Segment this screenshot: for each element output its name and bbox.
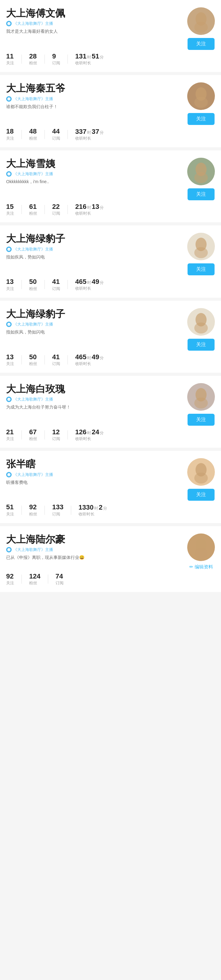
svg-point-9 bbox=[194, 97, 208, 108]
tag-label: 《大上海歌舞厅》主播 bbox=[13, 321, 53, 327]
listen-min: 49 bbox=[92, 278, 99, 286]
stats-row: 13 关注 50 粉丝 41 订阅 465 时 49 分 收听时长 bbox=[6, 353, 215, 367]
stat-label: 订阅 bbox=[52, 60, 60, 66]
stat-label: 粉丝 bbox=[29, 211, 37, 216]
stat-divider bbox=[21, 506, 22, 515]
listen-time-value: 126 时 24 分 bbox=[75, 428, 104, 436]
user-avatar bbox=[187, 383, 215, 411]
listen-hours: 216 bbox=[75, 203, 86, 211]
listen-label: 收听时长 bbox=[75, 211, 91, 216]
listen-min: 49 bbox=[92, 353, 99, 361]
follow-button[interactable]: 关注 bbox=[187, 263, 215, 275]
stat-label: 关注 bbox=[6, 436, 14, 442]
stat-divider bbox=[45, 430, 45, 439]
svg-point-24 bbox=[194, 323, 208, 334]
user-card-2: 大上海秦五爷 ♪ 《大上海歌舞厅》主播 谁都不能欺负我们台柱子！ 关注 18 关… bbox=[0, 75, 221, 147]
tag-icon: ♪ bbox=[6, 171, 12, 177]
stat-订阅: 133 订阅 bbox=[52, 503, 64, 517]
stat-num: 13 bbox=[6, 278, 13, 286]
user-tag: ♪ 《大上海歌舞厅》主播 bbox=[6, 547, 187, 552]
stat-订阅: 41 订阅 bbox=[52, 278, 60, 291]
listen-min: 2 bbox=[99, 503, 102, 511]
stat-divider bbox=[67, 205, 68, 214]
listen-time-stat: 465 时 49 分 收听时长 bbox=[75, 353, 104, 367]
user-tag: ♪ 《大上海歌舞厅》主播 bbox=[6, 171, 187, 177]
stat-divider bbox=[67, 430, 68, 439]
user-tag: ♪ 《大上海歌舞厅》主播 bbox=[6, 96, 187, 102]
stat-label: 粉丝 bbox=[29, 436, 37, 442]
stat-label: 订阅 bbox=[52, 211, 60, 216]
stat-label: 粉丝 bbox=[29, 286, 37, 291]
stat-divider bbox=[67, 280, 68, 289]
tag-icon: ♪ bbox=[6, 247, 12, 252]
listen-time-stat: 131 时 51 分 收听时长 bbox=[75, 52, 104, 66]
follow-button[interactable]: 关注 bbox=[187, 113, 215, 125]
follow-button[interactable]: 关注 bbox=[187, 38, 215, 50]
svg-point-4 bbox=[194, 22, 208, 33]
user-avatar bbox=[187, 158, 215, 185]
min-unit: 分 bbox=[103, 506, 107, 511]
user-avatar bbox=[187, 7, 215, 35]
stat-label: 订阅 bbox=[52, 361, 60, 367]
stat-粉丝: 50 粉丝 bbox=[29, 278, 37, 291]
user-tag: ♪ 《大上海歌舞厅》主播 bbox=[6, 321, 187, 327]
follow-button[interactable]: 关注 bbox=[187, 339, 215, 351]
listen-hours: 465 bbox=[75, 278, 86, 286]
listen-time-stat: 1330 时 2 分 收听时长 bbox=[78, 503, 107, 517]
stat-label: 关注 bbox=[6, 580, 14, 586]
listen-min: 51 bbox=[92, 52, 99, 60]
stat-label: 粉丝 bbox=[29, 60, 37, 66]
svg-text:♪: ♪ bbox=[8, 248, 10, 251]
follow-button[interactable]: 关注 bbox=[187, 188, 215, 200]
stat-divider bbox=[21, 430, 22, 439]
listen-label: 收听时长 bbox=[75, 436, 91, 442]
tag-icon: ♪ bbox=[6, 472, 12, 477]
stat-label: 订阅 bbox=[52, 511, 60, 517]
svg-text:♪: ♪ bbox=[8, 323, 10, 326]
stats-row: 92 关注 124 粉丝 74 订阅 bbox=[6, 573, 215, 586]
stat-label: 关注 bbox=[6, 286, 14, 291]
stat-divider bbox=[21, 54, 22, 64]
stat-divider bbox=[67, 54, 68, 64]
user-tag: ♪ 《大上海歌舞厅》主播 bbox=[6, 396, 187, 402]
stat-订阅: 74 订阅 bbox=[56, 573, 64, 586]
svg-point-19 bbox=[194, 247, 208, 258]
stat-divider bbox=[45, 54, 45, 64]
hours-unit: 时 bbox=[87, 355, 91, 361]
stat-label: 关注 bbox=[6, 211, 14, 216]
user-name: 大上海雪姨 bbox=[6, 158, 187, 169]
listen-time-value: 337 时 37 分 bbox=[75, 128, 104, 136]
tag-icon: ♪ bbox=[6, 547, 12, 552]
user-card-4: 大上海绿豹子 ♪ 《大上海歌舞厅》主播 指如疾风，势如闪电 关注 13 关注 5… bbox=[0, 225, 221, 298]
tag-icon: ♪ bbox=[6, 396, 12, 402]
listen-label: 收听时长 bbox=[75, 361, 91, 367]
edit-profile-button[interactable]: ✏编辑资料 bbox=[189, 564, 213, 570]
user-avatar bbox=[187, 233, 215, 260]
stat-num: 15 bbox=[6, 203, 13, 211]
stat-num: 61 bbox=[29, 203, 37, 211]
follow-button[interactable]: 关注 bbox=[187, 489, 215, 501]
stat-label: 关注 bbox=[6, 361, 14, 367]
listen-hours: 465 bbox=[75, 353, 86, 361]
stat-关注: 18 关注 bbox=[6, 127, 14, 141]
listen-time-stat: 337 时 37 分 收听时长 bbox=[75, 128, 104, 141]
stat-订阅: 22 订阅 bbox=[52, 203, 60, 216]
tag-label: 《大上海歌舞厅》主播 bbox=[13, 21, 53, 26]
tag-label: 《大上海歌舞厅》主播 bbox=[13, 96, 53, 102]
user-bio: 听播客费电 bbox=[6, 479, 187, 486]
listen-time-value: 131 时 51 分 bbox=[75, 52, 104, 60]
stat-label: 粉丝 bbox=[29, 511, 37, 517]
tag-label: 《大上海歌舞厅》主播 bbox=[13, 396, 53, 402]
stats-row: 51 关注 92 粉丝 133 订阅 1330 时 2 分 收听时长 bbox=[6, 503, 215, 517]
follow-button[interactable]: 关注 bbox=[187, 414, 215, 426]
min-unit: 分 bbox=[100, 280, 104, 285]
listen-min: 13 bbox=[92, 203, 99, 211]
user-avatar bbox=[187, 83, 215, 110]
stat-label: 订阅 bbox=[56, 580, 64, 586]
hours-unit: 时 bbox=[87, 54, 91, 60]
stat-关注: 13 关注 bbox=[6, 353, 14, 367]
stat-关注: 92 关注 bbox=[6, 573, 14, 586]
svg-text:♪: ♪ bbox=[8, 98, 10, 100]
stat-num: 18 bbox=[6, 127, 13, 135]
edit-pencil-icon: ✏ bbox=[189, 564, 194, 570]
